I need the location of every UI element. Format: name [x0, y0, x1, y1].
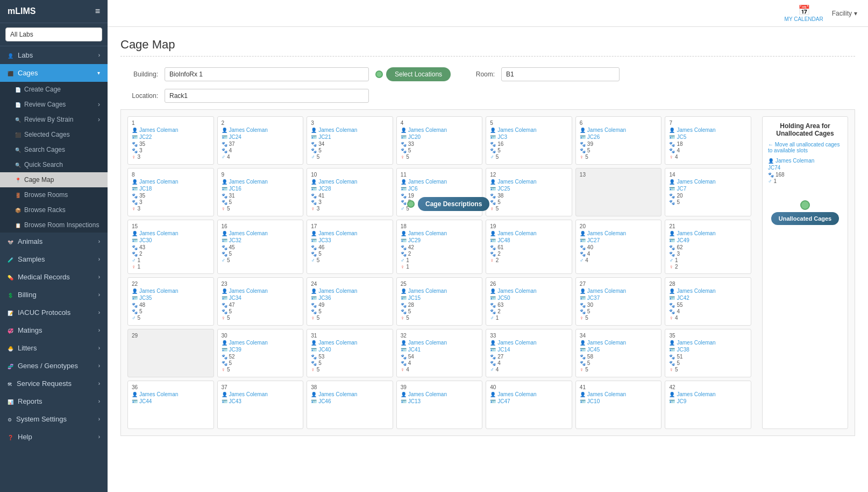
facility-selector[interactable]: Facility ▾ [832, 10, 857, 17]
sidebar-item-help[interactable]: Help › [0, 428, 108, 446]
sidebar-item-labs[interactable]: Labs › [0, 46, 108, 64]
sidebar-item-quick_search[interactable]: Quick Search [0, 157, 108, 172]
cage-number: 5 [490, 120, 568, 126]
sidebar-item-create_cage[interactable]: Create Cage [0, 82, 108, 97]
cage-cell[interactable]: 30James Coleman🪪 JC395255 [217, 329, 304, 377]
cage-cell[interactable]: 17James Coleman🪪 JC334655 [307, 220, 393, 274]
cage-cell[interactable]: 38James Coleman🪪 JC46 [307, 381, 393, 429]
unallocated-tooltip-wrapper: Unallocated Cages [768, 200, 842, 225]
cage-cell[interactable]: 32James Coleman🪪 JC415444 [396, 329, 483, 377]
male-icon [132, 315, 136, 321]
cage-cell[interactable]: 13 [575, 168, 662, 216]
sidebar-item-search_cages[interactable]: Search Cages [0, 142, 108, 157]
male-icon [401, 206, 405, 212]
cage-cell[interactable]: 26James Coleman🪪 JC506321 [486, 277, 572, 326]
sidebar-item-cages[interactable]: Cages ▾ [0, 64, 108, 82]
cage-cell[interactable]: 31James Coleman🪪 JC405355 [307, 329, 393, 377]
cage-cell[interactable]: 16James Coleman🪪 JC324555 [217, 220, 304, 274]
cage-cell[interactable]: 25James Coleman🪪 JC152855 [396, 277, 483, 326]
cage-cell[interactable]: 15James Coleman🪪 JC3043211 [127, 220, 214, 274]
cage-cell[interactable]: 24James Coleman🪪 JC364955 [307, 277, 393, 326]
sidebar-item-selected_cages[interactable]: Selected Cages [0, 127, 108, 142]
cage-id: 🪪 JC47 [490, 398, 568, 404]
cage-cell[interactable]: 35James Coleman🪪 JC385155 [665, 329, 751, 377]
sidebar-item-browse_rooms[interactable]: Browse Rooms [0, 187, 108, 202]
sidebar-item-genes[interactable]: Genes / Genotypes › [0, 357, 108, 375]
cage-paw: 4 [580, 251, 658, 257]
cage-cell[interactable]: 6James Coleman🪪 JC263955 [575, 116, 662, 165]
paw-icon [580, 244, 586, 250]
cage-cell[interactable]: 34James Coleman🪪 JC455855 [575, 329, 662, 377]
cage-cell[interactable]: 23James Coleman🪪 JC344755 [217, 277, 304, 326]
cage-cell[interactable]: 4James Coleman🪪 JC203355 [396, 116, 483, 165]
paw-icon [490, 354, 496, 360]
holding-cage[interactable]: James Coleman JC74 168 1 [768, 158, 842, 184]
female-icon [401, 154, 405, 160]
person-icon [132, 288, 138, 294]
cage-number: 30 [222, 333, 300, 339]
sidebar-item-review_strain[interactable]: Review By Strain › [0, 112, 108, 127]
select-locations-button[interactable]: Select Locations [386, 67, 451, 81]
cage-cell[interactable]: 40James Coleman🪪 JC47 [486, 381, 572, 429]
female-icon [580, 367, 584, 372]
sidebar-item-reports[interactable]: Reports › [0, 392, 108, 410]
cage-cell[interactable]: 42James Coleman🪪 JC9 [665, 381, 751, 429]
cage-cell[interactable]: 14James Coleman🪪 JC7205 [665, 168, 751, 216]
sidebar-item-review_cages[interactable]: Review Cages › [0, 97, 108, 112]
cage-total: 20 [669, 193, 747, 199]
cage-cell[interactable]: 10James Coleman🪪 JC284133 [307, 168, 393, 216]
sidebar-item-matings[interactable]: Matings › [0, 321, 108, 339]
cage-number: 26 [490, 281, 568, 287]
person-icon [580, 391, 586, 397]
cage-cell[interactable]: 36James Coleman🪪 JC44 [127, 381, 214, 429]
cage-cell[interactable]: 18James Coleman🪪 JC2942211 [396, 220, 483, 274]
cage-cell[interactable]: 28James Coleman🪪 JC425544 [665, 277, 751, 326]
cage-cell[interactable]: 22James Coleman🪪 JC354855 [127, 277, 214, 326]
sidebar-item-animals[interactable]: Animals › [0, 233, 108, 250]
sidebar-item-medical_records[interactable]: Medical Records › [0, 268, 108, 286]
cage-cell[interactable]: 2James Coleman🪪 JC243744 [217, 116, 304, 165]
cage-cell[interactable]: 21James Coleman🪪 JC4962312 [665, 220, 751, 274]
cage-cell[interactable]: 12James Coleman🪪 JC253855 [486, 168, 572, 216]
sidebar-item-billing[interactable]: Billing › [0, 286, 108, 304]
move-unallocated-button[interactable]: ← Move all unallocated cages to availabl… [768, 142, 842, 153]
cage-owner: James Coleman [490, 391, 568, 397]
sidebar-item-litters[interactable]: Litters › [0, 339, 108, 357]
paw-icon [311, 141, 317, 147]
cage-female: 5 [401, 315, 479, 321]
sidebar-item-service[interactable]: Service Requests › [0, 375, 108, 392]
sidebar-item-browse_racks[interactable]: Browse Racks [0, 202, 108, 217]
sidebar-item-cage_map[interactable]: Cage Map [0, 172, 108, 187]
menu-icon[interactable]: ≡ [95, 6, 100, 16]
person-icon [669, 127, 675, 133]
cage-cell[interactable]: 29 [127, 329, 214, 377]
sidebar-item-browse_room_inspections[interactable]: Browse Room Inspections [0, 217, 108, 233]
paw-icon [132, 244, 138, 250]
cage-id: 🪪 JC7 [669, 186, 747, 192]
cage-cell[interactable]: 33James Coleman🪪 JC142744 [486, 329, 572, 377]
cage-owner: James Coleman [132, 230, 210, 236]
room-input[interactable] [501, 67, 620, 81]
cage-cell[interactable]: 8James Coleman🪪 JC183533 [127, 168, 214, 216]
calendar-button[interactable]: 📅 MY CALENDAR [785, 4, 823, 22]
cage-icon [8, 69, 13, 77]
cage-cell[interactable]: 7James Coleman🪪 JC51844 [665, 116, 751, 165]
cage-cell[interactable]: 37James Coleman🪪 JC43 [217, 381, 304, 429]
cage-cell[interactable]: 3James Coleman🪪 JC213455 [307, 116, 393, 165]
sidebar-item-settings[interactable]: System Settings › [0, 410, 108, 428]
sidebar-item-samples[interactable]: Samples › [0, 250, 108, 268]
sidebar-item-iacuc[interactable]: IACUC Protocols › [0, 304, 108, 321]
location-input[interactable] [165, 89, 369, 103]
cage-cell[interactable]: 27James Coleman🪪 JC373055 [575, 277, 662, 326]
cage-male: 1 [669, 257, 747, 263]
building-input[interactable] [165, 67, 369, 81]
cage-cell[interactable]: 9James Coleman🪪 JC163155 [217, 168, 304, 216]
lab-input[interactable] [5, 27, 102, 41]
cage-cell[interactable]: 1James Coleman🪪 JC223533 [127, 116, 214, 165]
cage-cell[interactable]: 41James Coleman🪪 JC10 [575, 381, 662, 429]
cage-cell[interactable]: 20James Coleman🪪 JC274044 [575, 220, 662, 274]
cage-cell[interactable]: 5James Coleman🪪 JC31655 [486, 116, 572, 165]
sidebar-item-label-settings: System Settings [8, 415, 67, 423]
cage-cell[interactable]: 19James Coleman🪪 JC486122 [486, 220, 572, 274]
cage-cell[interactable]: 39James Coleman🪪 JC13 [396, 381, 483, 429]
